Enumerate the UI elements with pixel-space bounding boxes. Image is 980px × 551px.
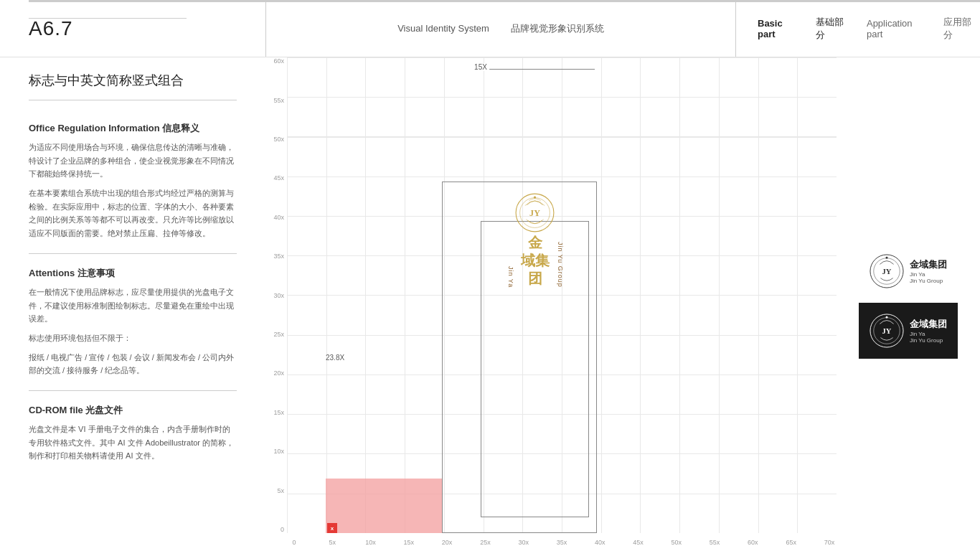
header-title-zh: 品牌视觉形象识别系统: [511, 22, 604, 35]
header-right: Basic part 基础部分 Application part 应用部分: [736, 16, 980, 42]
x-label-60: 60x: [745, 539, 760, 546]
y-label-50: 50x: [273, 136, 284, 143]
x-label-45: 45x: [631, 539, 646, 546]
logo-white-zh: 金域集团: [910, 258, 947, 271]
logo-english-vertical: Jin Yu Group: [555, 242, 563, 288]
main-section-title: 标志与中英文简称竖式组合: [29, 72, 237, 100]
center-logo: JY 金 域集 团 Jin Yu Group Jin Ya: [489, 189, 582, 517]
logo-white-en-top: Jin Ya: [910, 271, 947, 278]
y-label-30: 30x: [273, 292, 284, 299]
divider1: [29, 253, 237, 254]
y-label-45: 45x: [273, 174, 284, 182]
x-label-20: 20x: [440, 539, 454, 546]
x-label-30: 30x: [517, 539, 531, 546]
red-x-marker: x: [327, 523, 337, 533]
x-label-50: 50x: [669, 539, 684, 546]
header-top-line: [29, 0, 980, 2]
svg-point-7: [886, 256, 888, 258]
y-label-0: 0: [281, 526, 284, 533]
header-left: A6.7: [0, 17, 265, 40]
svg-text:JY: JY: [882, 326, 892, 334]
y-label-40: 40x: [273, 214, 284, 221]
svg-text:JY: JY: [882, 267, 892, 275]
x-label-15: 15x: [402, 539, 416, 546]
jy-emblem-svg: JY: [515, 193, 555, 232]
section1-text2: 在基本要素组合系统中出现的组合形式均经过严格的测算与检验。在实际应用中，标志的位…: [29, 187, 237, 240]
section1-heading: Office Regulation Information 信息释义: [29, 122, 237, 135]
logo-black-example: JY 金域集团 Jin Ya Jin Yu Group: [859, 303, 958, 359]
app-part-label: Application part: [867, 18, 929, 39]
svg-point-11: [886, 316, 888, 318]
y-label-15: 15x: [273, 409, 284, 416]
y-label-10: 10x: [273, 448, 284, 455]
x-label-10: 10x: [364, 539, 378, 546]
logo-icon-black: JY: [870, 314, 904, 348]
logo-white-text: 金域集团 Jin Ya Jin Yu Group: [910, 258, 947, 284]
y-label-55: 55x: [273, 97, 284, 104]
section2-heading: Attentions 注意事项: [29, 267, 237, 280]
x-label-0: 0: [287, 539, 301, 546]
logo-white-en-bottom: Jin Yu Group: [910, 278, 947, 284]
x-label-40: 40x: [593, 539, 607, 546]
y-axis: 0 5x 10x 15x 20x 25x 30x 35x 40x 45x 50x…: [265, 57, 287, 533]
x-label-70: 70x: [822, 539, 837, 546]
left-panel: 标志与中英文简称竖式组合 Office Regulation Informati…: [0, 57, 265, 551]
annotation-layer: x 15X 23.8X JY: [287, 65, 829, 533]
pink-rect: [326, 479, 442, 533]
logo-icon-white: JY: [870, 254, 904, 288]
y-label-60: 60x: [273, 57, 284, 65]
y-label-25: 25x: [273, 331, 284, 338]
y-label-20: 20x: [273, 369, 284, 377]
logo-black-en-top: Jin Ya: [910, 331, 947, 337]
basic-part-label-zh: 基础部分: [816, 16, 852, 42]
svg-point-3: [534, 197, 536, 199]
section2-text1: 在一般情况下使用品牌标志，应尽量使用提供的光盘电子文件，不建议使用标准制图绘制标…: [29, 286, 237, 326]
header-center: Visual Identity System 品牌视觉形象识别系统: [265, 0, 736, 57]
x-label-55: 55x: [707, 539, 722, 546]
divider2: [29, 390, 237, 391]
svg-text:JY: JY: [529, 208, 540, 218]
basic-part-label: Basic part: [758, 18, 801, 39]
section1-text1: 为适应不同使用场合与环境，确保信息传达的清晰与准确，特设计了企业品牌的多种组合，…: [29, 141, 237, 181]
x-label-35: 35x: [555, 539, 569, 546]
x-label-25: 25x: [478, 539, 492, 546]
header: A6.7 Visual Identity System 品牌视觉形象识别系统 B…: [0, 0, 980, 57]
section2-text3: 报纸 / 电视广告 / 宣传 / 包装 / 会议 / 新闻发布会 / 公司内外部…: [29, 351, 237, 377]
right-panel: JY 金域集团 Jin Ya Jin Yu Group JY 金域集团 Jin …: [837, 57, 980, 551]
x-label-5: 5x: [325, 539, 339, 546]
page-number: A6.7: [29, 17, 73, 39]
y-label-5: 5x: [277, 487, 284, 494]
logo-black-en-bottom: Jin Yu Group: [910, 337, 947, 344]
measure-15x-label: 15X: [472, 63, 489, 71]
measure-23x-label: 23.8X: [326, 354, 344, 362]
x-label-65: 65x: [784, 539, 798, 546]
app-part-label-zh: 应用部分: [943, 16, 980, 42]
logo-jinya-vertical: Jin Ya: [507, 266, 514, 288]
section3-text1: 光盘文件是本 VI 手册电子文件的集合，内含手册制作时的专用软件格式文件。其中 …: [29, 423, 237, 463]
logo-chinese: 金 域集 团 Jin Yu Group Jin Ya: [521, 234, 550, 288]
chart-area: 0 5x 10x 15x 20x 25x 30x 35x 40x 45x 50x…: [265, 57, 837, 551]
header-title-en: Visual Identity System: [397, 23, 489, 34]
header-bottom-line: [29, 18, 187, 19]
x-axis: 0 5x 10x 15x 20x 25x 30x 35x 40x 45x 50x…: [287, 533, 837, 551]
logo-black-zh: 金域集团: [910, 318, 947, 331]
section2-text2: 标志使用环境包括但不限于：: [29, 331, 237, 345]
logo-white-example: JY 金域集团 Jin Ya Jin Yu Group: [866, 250, 951, 292]
logo-black-text: 金域集团 Jin Ya Jin Yu Group: [910, 318, 947, 344]
y-label-35: 35x: [273, 253, 284, 260]
section3-heading: CD-ROM file 光盘文件: [29, 404, 237, 417]
